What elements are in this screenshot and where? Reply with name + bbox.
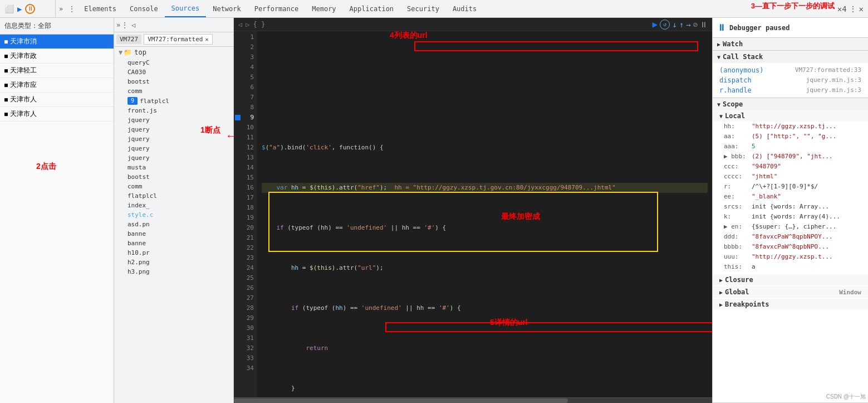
pause-icon[interactable]: ⏸ (25, 4, 35, 14)
expand-chevron[interactable]: » (116, 21, 120, 29)
scope-breakpoints-header[interactable]: ▶ Breakpoints (713, 299, 868, 310)
stack-location: jquery.min.js:3 (806, 86, 861, 94)
next-location-icon[interactable]: ▷ (246, 21, 249, 28)
watch-header[interactable]: ▶ Watch (713, 38, 868, 50)
tab-console[interactable]: Console (123, 0, 165, 17)
file-item-10[interactable]: jquery (114, 153, 233, 163)
close-tab-icon[interactable]: ✕ (205, 36, 208, 42)
file-item-5[interactable]: front.js (114, 106, 233, 115)
more-icon[interactable]: ⋮ (66, 5, 77, 13)
vm727-formatted-tab[interactable]: VM727:formatted ✕ (144, 34, 212, 45)
debugger-paused: ⏸ Debugger paused (713, 18, 868, 38)
bullet-icon: ■ (4, 96, 8, 103)
line-numbers: 1 2 3 4 5 6 7 8 9 10 11 12 13 14 15 (234, 31, 257, 397)
list-item-4[interactable]: ■ 天津市人 (0, 93, 114, 107)
file-item-13[interactable]: comm (114, 182, 233, 191)
step-into-icon[interactable]: ↓ (672, 20, 676, 29)
prev-location-icon[interactable]: ◁ (238, 21, 242, 28)
bullet-icon: ■ (4, 38, 8, 45)
scope-var-k: k: init {words: Array(4)... (713, 212, 868, 222)
stack-item-1[interactable]: dispatch jquery.min.js:3 (713, 75, 868, 85)
scope-closure-header[interactable]: ▶ Closure (713, 274, 868, 285)
file-item-18[interactable]: banne (114, 229, 233, 239)
file-tree: ▼ 📁 top queryC CA030 bootst comm (114, 47, 233, 403)
scope-header[interactable]: ▼ Scope (713, 98, 868, 110)
file-item-22[interactable]: h3.png (114, 267, 233, 276)
file-item-19[interactable]: banne (114, 239, 233, 248)
scope-var-ee: ee: "_blank" (713, 192, 868, 202)
file-item-3[interactable]: comm (114, 86, 233, 96)
close-devtools-icon[interactable]: ✕ (859, 4, 864, 13)
scope-var-this: this: a (713, 262, 868, 272)
vm727-tab[interactable]: VM727 (116, 35, 141, 44)
tab-elements[interactable]: Elements (77, 0, 123, 17)
pause-indicator-icon: ⏸ (717, 22, 726, 33)
file-item-14[interactable]: flatplcl (114, 191, 233, 201)
file-item-9[interactable]: jquery (114, 144, 233, 153)
tab-audits[interactable]: Audits (446, 0, 483, 17)
code-editor: ◁ ▷ { } ▶ ↺ ↓ ↑ → ⊘ ⏸ 1 2 (234, 18, 712, 403)
tab-application[interactable]: Application (343, 0, 400, 17)
file-item-7[interactable]: jquery (114, 125, 233, 134)
scope-local-header[interactable]: ▼ Local (713, 110, 868, 122)
watch-section: ▶ Watch (713, 38, 868, 51)
stack-item-2[interactable]: r.handle jquery.min.js:3 (713, 85, 868, 95)
customize-icon[interactable]: ⋮ (849, 4, 857, 13)
code-view: 1 2 3 4 5 6 7 8 9 10 11 12 13 14 15 (234, 31, 712, 397)
file-item-0[interactable]: queryC (114, 58, 233, 67)
more-options-icon[interactable]: ⋮ (121, 21, 128, 29)
list-item-1[interactable]: ■ 天津市政 (0, 49, 114, 64)
call-stack-header[interactable]: ▼ Call Stack (713, 51, 868, 63)
file-item-16[interactable]: style.c (114, 210, 233, 220)
step-out-icon[interactable]: ↑ (679, 20, 684, 29)
file-item-4[interactable]: 9 flatplcl (114, 96, 233, 106)
step-over-icon[interactable]: ↺ (660, 20, 670, 30)
annotation-debug-steps: 3—直下一步下一步的调试 (751, 1, 835, 11)
bullet-icon: ■ (4, 82, 8, 88)
scope-var-aaa: aaa: 5 (713, 142, 868, 152)
play-icon[interactable]: ▶ (17, 4, 22, 13)
tab-security[interactable]: Security (400, 0, 446, 17)
file-item-12[interactable]: bootst (114, 172, 233, 182)
file-tree-top[interactable]: ▼ 📁 top (114, 47, 233, 58)
back-icon[interactable]: ◁ (131, 21, 135, 29)
scope-global-header[interactable]: ▶ Global Window (713, 287, 868, 298)
file-item-11[interactable]: musta (114, 163, 233, 172)
format-icon[interactable]: { } (253, 21, 265, 28)
scope-var-uuu: uuu: "http://ggzy.xzsp.t... (713, 252, 868, 262)
file-item-21[interactable]: h2.png (114, 258, 233, 267)
watermark: CSDN @十一旭 (826, 393, 866, 401)
expand-panel-icon[interactable]: » (56, 5, 66, 13)
list-item-3[interactable]: ■ 天津市应 (0, 78, 114, 93)
list-item-0[interactable]: ■ 天津市消 (0, 35, 114, 49)
list-item-2[interactable]: ■ 天津轻工 (0, 64, 114, 78)
bullet-icon: ■ (4, 53, 8, 59)
code-text[interactable]: $("a").bind('click', function() { var hh… (257, 31, 712, 397)
file-item-1[interactable]: CA030 (114, 67, 233, 77)
tab-memory[interactable]: Memory (305, 0, 342, 17)
code-line-1: $("a").bind('click', function() { (262, 143, 708, 153)
folder-expand-icon: ▼ (119, 48, 122, 56)
resume-icon[interactable]: ▶ (653, 19, 658, 30)
step-icon[interactable]: → (686, 20, 690, 29)
tab-sources[interactable]: Sources (165, 0, 207, 17)
inspect-icon[interactable]: ⬜ (4, 4, 14, 13)
deactivate-bp-icon[interactable]: ⊘ (693, 20, 698, 29)
file-item-17[interactable]: asd.pn (114, 220, 233, 229)
tab-network[interactable]: Network (206, 0, 248, 17)
debug-panel: ⏸ Debugger paused ▶ Watch ▼ Call Stack ( (712, 18, 868, 403)
file-item-15[interactable]: index_ (114, 201, 233, 210)
info-panel-header: 信息类型：全部 (0, 18, 114, 35)
settings-icon[interactable]: ✕4 (837, 4, 847, 13)
list-item-5[interactable]: ■ 天津市人 (0, 107, 114, 122)
tab-performance[interactable]: Performance (248, 0, 305, 17)
scope-var-srcs: srcs: init {words: Array... (713, 202, 868, 212)
file-item-20[interactable]: h10.pr (114, 248, 233, 258)
sources-toolbar: » ⋮ ◁ (114, 18, 233, 32)
stack-item-0[interactable]: (anonymous) VM727:formatted:33 (713, 65, 868, 75)
pause-on-exception-icon[interactable]: ⏸ (700, 20, 708, 29)
file-item-2[interactable]: bootst (114, 77, 233, 86)
file-item-8[interactable]: jquery (114, 134, 233, 144)
folder-icon: 📁 (124, 48, 132, 56)
file-item-6[interactable]: jquery (114, 115, 233, 125)
